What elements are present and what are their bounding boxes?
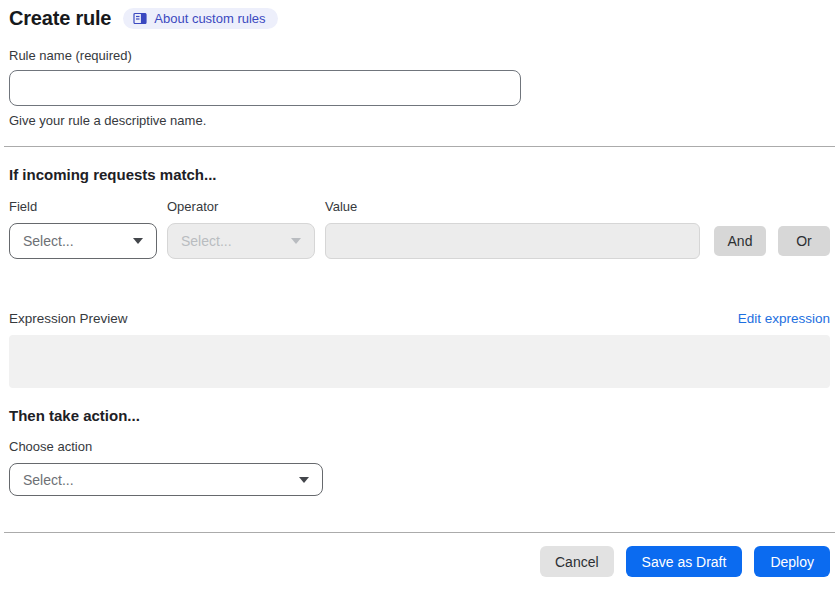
operator-column: Operator Select... <box>167 199 315 259</box>
choose-action-select[interactable]: Select... <box>9 463 323 496</box>
action-section-heading: Then take action... <box>9 407 830 424</box>
edit-expression-link[interactable]: Edit expression <box>738 311 830 326</box>
field-select[interactable]: Select... <box>9 223 157 259</box>
field-column: Field Select... <box>9 199 157 259</box>
value-column: Value <box>325 199 700 259</box>
operator-select: Select... <box>167 223 315 259</box>
match-section-heading: If incoming requests match... <box>9 166 830 183</box>
field-select-value: Select... <box>23 233 74 249</box>
operator-label: Operator <box>167 199 315 214</box>
expression-preview-label: Expression Preview <box>9 311 128 326</box>
page-title: Create rule <box>9 7 111 30</box>
book-icon <box>133 12 147 25</box>
expression-preview-row: Expression Preview Edit expression <box>9 311 830 326</box>
operator-select-value: Select... <box>181 233 232 249</box>
value-input <box>325 223 700 259</box>
chevron-down-icon <box>291 238 301 244</box>
rule-name-input[interactable] <box>9 70 521 106</box>
connector-buttons: And Or <box>714 226 830 259</box>
rule-name-helper: Give your rule a descriptive name. <box>9 113 830 128</box>
section-divider <box>4 146 835 147</box>
title-row: Create rule About custom rules <box>9 0 830 27</box>
rule-name-label: Rule name (required) <box>9 48 830 63</box>
about-custom-rules-link[interactable]: About custom rules <box>123 8 277 29</box>
create-rule-page: Create rule About custom rules Rule name… <box>0 0 839 577</box>
field-label: Field <box>9 199 157 214</box>
choose-action-select-value: Select... <box>23 472 74 488</box>
match-condition-row: Field Select... Operator Select... Value <box>9 199 830 259</box>
cancel-button[interactable]: Cancel <box>540 546 614 577</box>
value-label: Value <box>325 199 700 214</box>
choose-action-label: Choose action <box>9 439 830 454</box>
expression-preview-box <box>9 335 830 388</box>
about-custom-rules-label: About custom rules <box>154 12 265 25</box>
chevron-down-icon <box>133 238 143 244</box>
footer-actions: Cancel Save as Draft Deploy <box>9 533 830 577</box>
deploy-button[interactable]: Deploy <box>754 546 830 577</box>
and-button[interactable]: And <box>714 226 766 256</box>
chevron-down-icon <box>299 477 309 483</box>
save-as-draft-button[interactable]: Save as Draft <box>626 546 743 577</box>
or-button[interactable]: Or <box>778 226 830 256</box>
